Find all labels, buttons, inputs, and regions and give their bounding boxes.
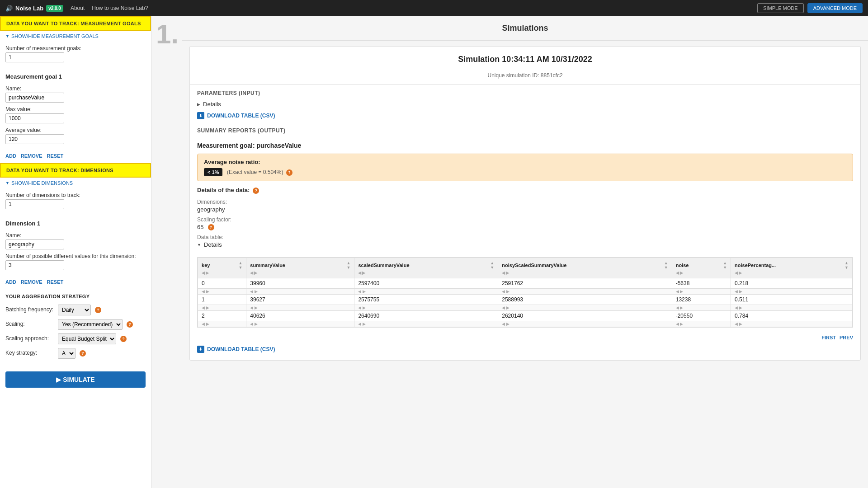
col-noisepercentage: noisePercentag...▲▼ ◀▶ [731,258,853,278]
scaling-factor-value: 65 [197,224,203,230]
data-details-label: Details of the data: [197,187,250,193]
goal-max-input[interactable] [5,113,64,123]
simulation-card: Simulation 10:34:11 AM 10/31/2022 Unique… [189,46,861,361]
brand-logo: 🔊 Noise Lab v2.0.0 [5,5,63,12]
dim-add-btn[interactable]: ADD [5,279,16,285]
step1-content: Simulations Simulation 10:34:11 AM 10/31… [182,16,868,366]
right-panel: 1. Simulations Simulation 10:34:11 AM 10… [151,16,868,488]
num-dims-input[interactable] [5,199,64,209]
goal-add-btn[interactable]: ADD [5,153,16,159]
simulation-id: Unique simulation ID: 8851cfc2 [190,72,860,84]
goal-remove-btn[interactable]: REMOVE [21,153,42,159]
cell-noisepercentage: 0.784 [731,311,853,321]
goal-name-input[interactable] [5,93,64,103]
noise-ratio-label: Average noise ratio: [204,159,846,165]
num-goals-input[interactable] [5,52,64,62]
download-table-label: DOWNLOAD TABLE (CSV) [207,346,275,352]
dimensions-header: DATA YOU WANT TO TRACK: DIMENSIONS [0,163,151,178]
noise-exact: (Exact value = 0.504%) [227,169,283,175]
table-row-arrows: ◀ ▶◀ ▶◀ ▶◀ ▶◀ ▶◀ ▶ [198,321,853,327]
dim-remove-btn[interactable]: REMOVE [21,279,42,285]
dim-name-input[interactable] [5,239,64,249]
num-dims-label: Number of dimensions to track: [5,192,146,198]
version-badge: v2.0.0 [46,5,63,12]
cell-noise: -5638 [672,278,731,289]
batching-help-icon[interactable]: ? [95,307,101,313]
params-label: PARAMETERS (INPUT) [190,84,860,99]
scaling-approach-select[interactable]: Equal Budget SplitCustom [58,333,116,344]
dimensions-label: Dimensions: [197,199,853,205]
dim-name-label: Name: [5,232,146,239]
dim-reset-btn[interactable]: RESET [47,279,64,285]
download-params-btn[interactable]: ⬇ DOWNLOAD TABLE (CSV) [197,112,275,119]
toggle-dimensions[interactable]: SHOW/HIDE DIMENSIONS [0,178,151,188]
logo-icon: 🔊 [5,5,13,12]
cell-key: 1 [198,295,246,305]
step1-area: 1. Simulations Simulation 10:34:11 AM 10… [151,16,868,366]
cell-scaledsummaryvalue: 2575755 [354,295,498,305]
scaling-approach-row: Scaling approach: Equal Budget SplitCust… [5,333,146,344]
toggle-measurement-goals[interactable]: SHOW/HIDE MEASUREMENT GOALS [0,31,151,42]
dim-actions: ADD REMOVE RESET [0,277,151,286]
dimensions-value: geography [197,206,853,213]
data-table-toggle[interactable]: Details [197,241,853,248]
cell-scaledsummaryvalue: 2597400 [354,278,498,289]
simulation-title: Simulation 10:34:11 AM 10/31/2022 [190,47,860,72]
key-strategy-label: Key strategy: [5,350,55,356]
first-btn[interactable]: FIRST [821,335,836,340]
batching-row: Batching frequency: DailyWeeklyMonthly ? [5,305,146,315]
about-link[interactable]: About [71,5,85,11]
scaling-factor-label: Scaling factor: [197,216,853,223]
data-details-help-icon[interactable]: ? [253,188,259,194]
aggregation-form: Batching frequency: DailyWeeklyMonthly ?… [0,301,151,366]
prev-btn[interactable]: PREV [840,335,853,340]
key-strategy-help-icon[interactable]: ? [80,350,86,357]
step1-number: 1. [151,16,182,48]
goal1-form: Name: Max value: Average value: [0,82,151,151]
noise-badge: < 1% [204,168,222,176]
dim-possible-values-row: Number of possible different values for … [5,253,146,270]
aggregation-title: YOUR AGGREGATION STRATEGY [0,290,151,301]
table-row-arrows: ◀ ▶◀ ▶◀ ▶◀ ▶◀ ▶◀ ▶ [198,305,853,311]
scaling-row: Scaling: Yes (Recommended)No ? [5,319,146,330]
table-row: 24062626406902620140-205500.784 [198,311,853,321]
data-table-container: key ▲▼ ◀▶ summaryValue▲▼ ◀▶ [197,257,853,328]
dim-possible-input[interactable] [5,260,64,270]
download-params-label: DOWNLOAD TABLE (CSV) [207,113,275,119]
goal-name-label: Name: [5,85,146,92]
noise-help-icon[interactable]: ? [286,169,292,176]
key-strategy-row: Key strategy: ABC ? [5,348,146,359]
advanced-mode-btn[interactable]: ADVANCED MODE [807,3,863,13]
simulate-button[interactable]: ▶ SIMULATE [5,371,146,388]
params-details-toggle[interactable]: Details [190,99,860,109]
how-to-link[interactable]: How to use Noise Lab? [92,5,148,11]
num-goals-row: Number of measurement goals: [5,45,146,62]
col-scaledsummaryvalue: scaledSummaryValue▲▼ ◀▶ [354,258,498,278]
cell-key: 0 [198,278,246,289]
cell-noise: -20550 [672,311,731,321]
scaling-factor-help-icon[interactable]: ? [208,224,214,230]
batching-select[interactable]: DailyWeeklyMonthly [58,305,91,315]
goal-reset-btn[interactable]: RESET [47,153,64,159]
top-navigation: 🔊 Noise Lab v2.0.0 About How to use Nois… [0,0,868,16]
key-strategy-select[interactable]: ABC [58,348,75,359]
scaling-select[interactable]: Yes (Recommended)No [58,319,123,330]
cell-summaryvalue: 39627 [246,295,354,305]
scaling-label: Scaling: [5,321,55,327]
table-navigation: FIRST PREV [190,333,860,342]
goal-name-row: Name: [5,85,146,103]
dim-possible-label: Number of possible different values for … [5,253,146,259]
col-noise: noise▲▼ ◀▶ [672,258,731,278]
cell-scaledsummaryvalue: 2640690 [354,311,498,321]
simple-mode-btn[interactable]: SIMPLE MODE [757,3,803,13]
download-table-btn[interactable]: ⬇ DOWNLOAD TABLE (CSV) [197,346,275,353]
scaling-approach-label: Scaling approach: [5,335,55,342]
goal-avg-input[interactable] [5,134,64,144]
goal-max-label: Max value: [5,106,146,113]
dim-name-row: Name: [5,232,146,249]
goal-avg-label: Average value: [5,127,146,133]
scaling-help-icon[interactable]: ? [127,321,133,328]
download-table-icon: ⬇ [197,346,204,353]
table-row: 03996025974002591762-56380.218 [198,278,853,289]
scaling-approach-help-icon[interactable]: ? [120,336,127,342]
